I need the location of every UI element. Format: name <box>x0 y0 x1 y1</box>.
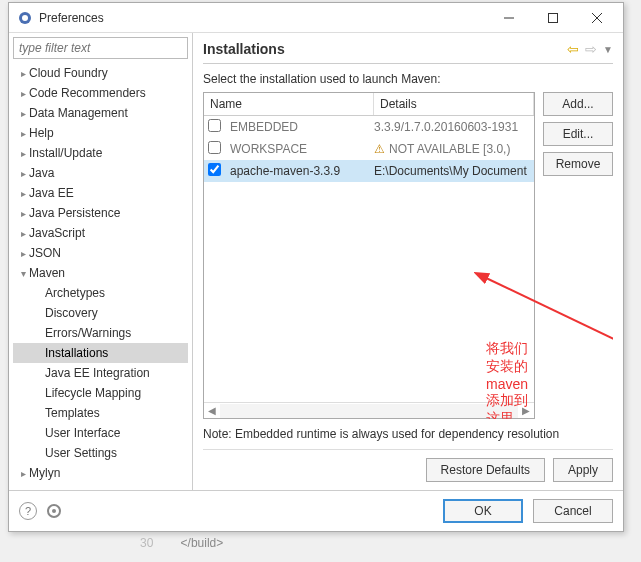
remove-button[interactable]: Remove <box>543 152 613 176</box>
table-row[interactable]: apache-maven-3.3.9E:\Documents\My Docume… <box>204 160 534 182</box>
tree-label: Install/Update <box>29 146 102 160</box>
twist-icon[interactable]: ▸ <box>17 88 29 99</box>
tree-label: Errors/Warnings <box>45 326 131 340</box>
twist-icon[interactable]: ▸ <box>17 228 29 239</box>
row-checkbox[interactable] <box>208 141 221 154</box>
tree-label: Java EE <box>29 186 74 200</box>
row-checkbox[interactable] <box>208 163 221 176</box>
twist-icon[interactable]: ▾ <box>17 268 29 279</box>
ok-button[interactable]: OK <box>443 499 523 523</box>
twist-icon[interactable]: ▸ <box>17 148 29 159</box>
col-name[interactable]: Name <box>204 93 374 115</box>
row-checkbox[interactable] <box>208 119 221 132</box>
installations-table: Name Details EMBEDDED3.3.9/1.7.0.2016060… <box>203 92 535 419</box>
row-details: ⚠NOT AVAILABLE [3.0,) <box>374 142 534 156</box>
forward-icon[interactable]: ⇨ <box>585 41 597 57</box>
help-icon[interactable]: ? <box>19 502 37 520</box>
twist-icon[interactable]: ▸ <box>17 168 29 179</box>
tree-label: Help <box>29 126 54 140</box>
row-details: 3.3.9/1.7.0.20160603-1931 <box>374 120 534 134</box>
tree-item-user-interface[interactable]: User Interface <box>13 423 188 443</box>
add-button[interactable]: Add... <box>543 92 613 116</box>
line-number: 30 <box>140 536 153 550</box>
tree-item-user-settings[interactable]: User Settings <box>13 443 188 463</box>
scroll-left-icon[interactable]: ◀ <box>204 405 220 416</box>
table-row[interactable]: WORKSPACE⚠NOT AVAILABLE [3.0,) <box>204 138 534 160</box>
horizontal-scrollbar[interactable]: ◀ ▶ <box>204 402 534 418</box>
tree-item-install-update[interactable]: ▸Install/Update <box>13 143 188 163</box>
col-details[interactable]: Details <box>374 93 534 115</box>
tree-item-json[interactable]: ▸JSON <box>13 243 188 263</box>
tree-item-maven[interactable]: ▾Maven <box>13 263 188 283</box>
note-text: Note: Embedded runtime is always used fo… <box>203 427 613 441</box>
editor-snippet: 30 </build> <box>140 536 223 550</box>
tree-label: JavaScript <box>29 226 85 240</box>
restore-defaults-button[interactable]: Restore Defaults <box>426 458 545 482</box>
scroll-track[interactable] <box>220 404 518 418</box>
tree-item-cloud-foundry[interactable]: ▸Cloud Foundry <box>13 63 188 83</box>
instruction-text: Select the installation used to launch M… <box>203 72 613 86</box>
minimize-button[interactable] <box>487 4 531 32</box>
table-container: Name Details EMBEDDED3.3.9/1.7.0.2016060… <box>203 92 613 419</box>
back-icon[interactable]: ⇦ <box>567 41 579 57</box>
svg-rect-3 <box>549 13 558 22</box>
tree-item-java-ee[interactable]: ▸Java EE <box>13 183 188 203</box>
filter-input[interactable] <box>13 37 188 59</box>
tree-label: User Settings <box>45 446 117 460</box>
tree-item-help[interactable]: ▸Help <box>13 123 188 143</box>
dialog-footer: ? OK Cancel <box>9 490 623 531</box>
svg-point-1 <box>22 15 28 21</box>
sidebar: ▸Cloud Foundry▸Code Recommenders▸Data Ma… <box>9 33 193 490</box>
tree-item-discovery[interactable]: Discovery <box>13 303 188 323</box>
page-button-bar: Restore Defaults Apply <box>203 449 613 482</box>
tree-label: Cloud Foundry <box>29 66 108 80</box>
tree-item-java-persistence[interactable]: ▸Java Persistence <box>13 203 188 223</box>
tree-item-mylyn[interactable]: ▸Mylyn <box>13 463 188 483</box>
tree-item-archetypes[interactable]: Archetypes <box>13 283 188 303</box>
tree-item-javascript[interactable]: ▸JavaScript <box>13 223 188 243</box>
tree-label: Mylyn <box>29 466 60 480</box>
close-button[interactable] <box>575 4 619 32</box>
tree-label: Discovery <box>45 306 98 320</box>
twist-icon[interactable]: ▸ <box>17 188 29 199</box>
twist-icon[interactable]: ▸ <box>17 248 29 259</box>
twist-icon[interactable]: ▸ <box>17 108 29 119</box>
oomph-icon[interactable] <box>47 504 61 518</box>
apply-button[interactable]: Apply <box>553 458 613 482</box>
preference-tree[interactable]: ▸Cloud Foundry▸Code Recommenders▸Data Ma… <box>13 63 188 486</box>
table-header: Name Details <box>204 93 534 116</box>
tree-item-installations[interactable]: Installations <box>13 343 188 363</box>
dialog-body: ▸Cloud Foundry▸Code Recommenders▸Data Ma… <box>9 33 623 490</box>
twist-icon[interactable]: ▸ <box>17 468 29 479</box>
titlebar: Preferences <box>9 3 623 33</box>
cancel-button[interactable]: Cancel <box>533 499 613 523</box>
row-name: EMBEDDED <box>224 120 374 134</box>
tree-label: Java EE Integration <box>45 366 150 380</box>
tree-item-data-management[interactable]: ▸Data Management <box>13 103 188 123</box>
dialog-button-bar: OK Cancel <box>443 499 613 523</box>
app-icon <box>17 10 33 26</box>
twist-icon[interactable]: ▸ <box>17 128 29 139</box>
preferences-dialog: Preferences ▸Cloud Foundry▸Code Recommen… <box>8 2 624 532</box>
edit-button[interactable]: Edit... <box>543 122 613 146</box>
window-title: Preferences <box>39 11 487 25</box>
twist-icon[interactable]: ▸ <box>17 68 29 79</box>
scroll-right-icon[interactable]: ▶ <box>518 405 534 416</box>
content-pane: Installations ⇦ ⇨ ▼ Select the installat… <box>193 33 623 490</box>
tree-label: Installations <box>45 346 108 360</box>
page-title: Installations <box>203 41 561 57</box>
tree-label: Templates <box>45 406 100 420</box>
table-row[interactable]: EMBEDDED3.3.9/1.7.0.20160603-1931 <box>204 116 534 138</box>
tree-item-code-recommenders[interactable]: ▸Code Recommenders <box>13 83 188 103</box>
tree-label: JSON <box>29 246 61 260</box>
tree-label: Maven <box>29 266 65 280</box>
tree-item-templates[interactable]: Templates <box>13 403 188 423</box>
menu-dropdown-icon[interactable]: ▼ <box>603 44 613 55</box>
table-body: EMBEDDED3.3.9/1.7.0.20160603-1931WORKSPA… <box>204 116 534 402</box>
tree-item-java-ee-integration[interactable]: Java EE Integration <box>13 363 188 383</box>
maximize-button[interactable] <box>531 4 575 32</box>
twist-icon[interactable]: ▸ <box>17 208 29 219</box>
tree-item-java[interactable]: ▸Java <box>13 163 188 183</box>
tree-item-errors-warnings[interactable]: Errors/Warnings <box>13 323 188 343</box>
tree-item-lifecycle-mapping[interactable]: Lifecycle Mapping <box>13 383 188 403</box>
